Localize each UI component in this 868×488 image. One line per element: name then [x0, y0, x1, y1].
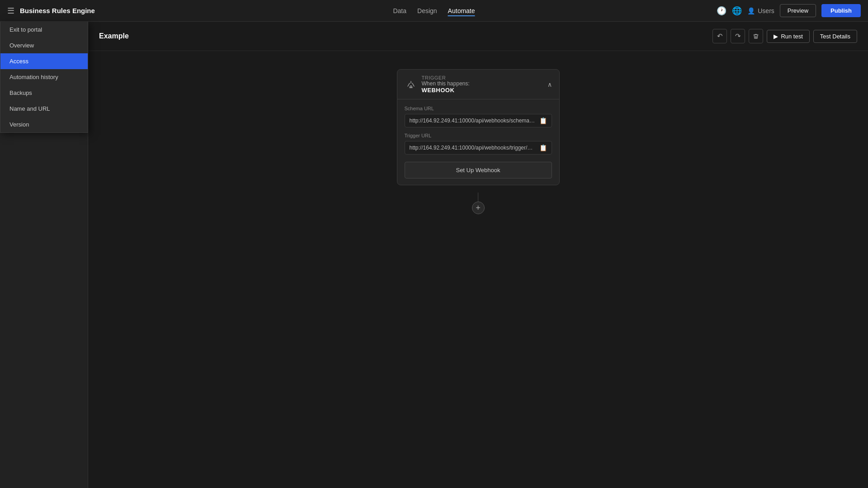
trigger-card-body: Schema URL http://164.92.249.41:10000/ap… — [397, 99, 559, 185]
dropdown-menu: Exit to portal Overview Access Automatio… — [0, 22, 88, 133]
nav-tab-design[interactable]: Design — [417, 5, 437, 16]
main-content: Example ↶ ↷ ▶ Run test Test Details — [88, 22, 868, 488]
nav-tab-automate[interactable]: Automate — [448, 5, 475, 16]
globe-icon[interactable]: 🌐 — [732, 6, 742, 16]
run-test-button[interactable]: ▶ Run test — [767, 30, 809, 43]
menu-item-backups[interactable]: Backups — [0, 85, 88, 101]
trigger-card: Trigger When this happens: WEBHOOK ∧ Sch… — [397, 69, 560, 185]
menu-item-exit-to-portal[interactable]: Exit to portal — [0, 22, 88, 38]
history-icon[interactable]: 🕐 — [717, 6, 726, 16]
nav-tab-data[interactable]: Data — [393, 5, 406, 16]
webhook-icon — [405, 78, 417, 91]
menu-item-access[interactable]: Access — [0, 53, 88, 69]
setup-webhook-button[interactable]: Set Up Webhook — [405, 162, 552, 178]
automation-actions: ↶ ↷ ▶ Run test Test Details — [712, 29, 857, 43]
trigger-type: WEBHOOK — [422, 87, 470, 94]
plus-icon: + — [476, 203, 481, 213]
connector-line — [478, 192, 478, 202]
automation-header: Example ↶ ↷ ▶ Run test Test Details — [88, 22, 868, 51]
header-right: 🕐 🌐 👤 Users Preview Publish — [717, 4, 861, 17]
menu-item-overview[interactable]: Overview — [0, 38, 88, 53]
collapse-icon[interactable]: ∧ — [547, 81, 552, 88]
add-step-button[interactable]: + — [472, 202, 485, 214]
trigger-when: When this happens: — [422, 80, 470, 87]
add-step-container: + — [472, 192, 485, 214]
trigger-url-value: http://164.92.249.41:10000/api/webhooks/… — [410, 145, 536, 151]
users-icon: 👤 — [747, 7, 755, 14]
menu-item-automation-history[interactable]: Automation history — [0, 69, 88, 85]
trigger-header-left: Trigger When this happens: WEBHOOK — [405, 75, 470, 94]
header-nav: Data Design Automate — [393, 5, 475, 16]
trigger-label: Trigger — [422, 75, 470, 80]
schema-url-field: http://164.92.249.41:10000/api/webhooks/… — [405, 114, 552, 127]
play-icon: ▶ — [774, 33, 778, 40]
canvas: Trigger When this happens: WEBHOOK ∧ Sch… — [88, 51, 868, 232]
test-details-button[interactable]: Test Details — [813, 30, 857, 43]
preview-button[interactable]: Preview — [780, 4, 816, 17]
menu-item-version[interactable]: Version — [0, 117, 88, 132]
trigger-url-label: Trigger URL — [405, 133, 552, 138]
redo-button[interactable]: ↷ — [731, 29, 745, 43]
schema-url-copy-icon[interactable]: 📋 — [539, 117, 547, 124]
users-button[interactable]: 👤 Users — [747, 7, 774, 14]
automation-title: Example — [99, 32, 129, 40]
trigger-info: Trigger When this happens: WEBHOOK — [422, 75, 470, 94]
users-label: Users — [758, 7, 774, 14]
trigger-url-field: http://164.92.249.41:10000/api/webhooks/… — [405, 141, 552, 155]
app-title: Business Rules Engine — [20, 7, 95, 14]
header: ☰ Business Rules Engine Data Design Auto… — [0, 0, 868, 22]
schema-url-label: Schema URL — [405, 106, 552, 111]
header-left: ☰ Business Rules Engine — [7, 6, 95, 16]
menu-item-name-and-url[interactable]: Name and URL — [0, 101, 88, 117]
trigger-card-header: Trigger When this happens: WEBHOOK ∧ — [397, 70, 559, 99]
hamburger-icon[interactable]: ☰ — [7, 6, 14, 16]
undo-button[interactable]: ↶ — [712, 29, 727, 43]
trigger-url-copy-icon[interactable]: 📋 — [539, 144, 547, 151]
schema-url-value: http://164.92.249.41:10000/api/webhooks/… — [410, 117, 536, 124]
publish-button[interactable]: Publish — [821, 4, 861, 17]
delete-button[interactable] — [749, 29, 763, 43]
